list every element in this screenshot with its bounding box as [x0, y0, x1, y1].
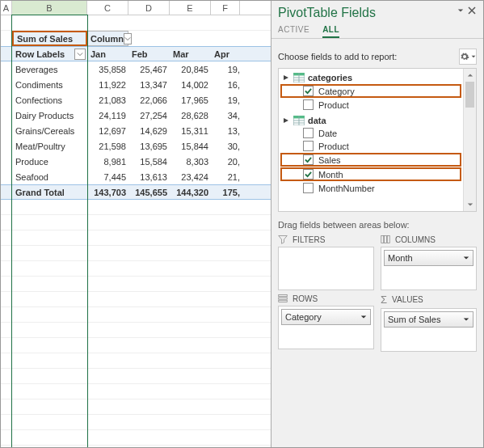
spreadsheet-grid[interactable]: A B C D E F Sum of Sales Column Row Labe…	[1, 1, 271, 447]
data-cell[interactable]: 8,981	[87, 157, 128, 167]
grand-total-label[interactable]: Grand Total	[12, 188, 87, 197]
grand-total-val[interactable]: 175,	[211, 188, 240, 197]
row-label[interactable]: Produce	[12, 157, 87, 167]
pivot-title-cell[interactable]: Sum of Sales	[12, 31, 87, 46]
table-row[interactable]: Produce8,98115,5848,30320,	[1, 154, 271, 169]
data-cell[interactable]: 19,	[211, 95, 240, 105]
grand-total-val[interactable]: 145,655	[128, 188, 170, 197]
rows-area[interactable]: Category	[278, 306, 374, 349]
table-row[interactable]: Meat/Poultry21,59813,69515,84430,	[1, 138, 271, 154]
tab-active[interactable]: ACTIVE	[278, 25, 309, 38]
table-row[interactable]: Grains/Cereals12,69714,62915,31113,	[1, 123, 271, 138]
data-cell[interactable]: 20,845	[170, 65, 211, 74]
column-field-chip[interactable]: Month	[384, 250, 473, 266]
field-scrollbar[interactable]	[463, 69, 476, 211]
data-cell[interactable]: 11,922	[87, 80, 128, 90]
data-cell[interactable]: 13,347	[128, 80, 170, 90]
table-node[interactable]: data	[280, 115, 461, 126]
field-node[interactable]: Product	[280, 140, 461, 152]
value-field-chip[interactable]: Sum of Sales	[384, 311, 473, 328]
field-node[interactable]: Product	[280, 99, 461, 111]
data-cell[interactable]: 21,598	[87, 142, 128, 151]
data-cell[interactable]: 25,467	[128, 65, 170, 74]
column-labels-cell[interactable]: Column	[87, 31, 128, 46]
row-label[interactable]: Beverages	[12, 65, 87, 74]
data-cell[interactable]: 15,584	[128, 157, 170, 167]
checkbox[interactable]	[303, 128, 314, 138]
table-row[interactable]: Seafood7,44513,61323,42421,	[1, 169, 271, 184]
checkbox[interactable]	[303, 183, 314, 193]
month-header[interactable]: Mar	[170, 49, 211, 59]
data-cell[interactable]: 15,844	[170, 142, 211, 151]
data-cell[interactable]: 20,	[211, 157, 240, 167]
row-label[interactable]: Seafood	[12, 172, 87, 182]
row-label[interactable]: Meat/Poultry	[12, 142, 87, 151]
data-cell[interactable]: 12,697	[87, 126, 128, 136]
col-header-E[interactable]: E	[170, 1, 211, 15]
scroll-thumb[interactable]	[465, 82, 474, 108]
row-label[interactable]: Dairy Products	[12, 111, 87, 120]
row-label[interactable]: Confections	[12, 95, 87, 105]
field-node[interactable]: Category	[280, 84, 461, 98]
data-cell[interactable]: 27,254	[128, 111, 170, 120]
data-cell[interactable]: 14,002	[170, 80, 211, 90]
checkbox[interactable]	[303, 169, 314, 180]
columns-area[interactable]: Month	[381, 247, 477, 290]
row-labels-dropdown[interactable]	[74, 49, 86, 60]
field-node[interactable]: Sales	[280, 153, 461, 167]
grand-total-val[interactable]: 143,703	[87, 188, 128, 197]
data-cell[interactable]: 34,	[211, 111, 240, 120]
table-node[interactable]: categories	[280, 72, 461, 83]
scroll-up-icon[interactable]	[464, 69, 476, 82]
table-row[interactable]: Dairy Products24,11927,25428,62834,	[1, 108, 271, 123]
data-cell[interactable]: 22,066	[128, 95, 170, 105]
col-header-D[interactable]: D	[128, 1, 170, 15]
data-cell[interactable]: 13,	[211, 126, 240, 136]
values-area[interactable]: Sum of Sales	[381, 308, 477, 352]
checkbox[interactable]	[303, 86, 314, 96]
data-cell[interactable]: 21,083	[87, 95, 128, 105]
table-row[interactable]: Condiments11,92213,34714,00216,	[1, 77, 271, 92]
field-node[interactable]: MonthNumber	[280, 182, 461, 194]
data-cell[interactable]: 23,424	[170, 172, 211, 182]
data-cell[interactable]: 19,	[211, 65, 240, 74]
grand-total-val[interactable]: 144,320	[170, 188, 211, 197]
row-labels-header[interactable]: Row Labels	[15, 49, 65, 59]
data-cell[interactable]: 21,	[211, 172, 240, 182]
row-label[interactable]: Grains/Cereals	[12, 126, 87, 136]
field-tree[interactable]: categoriesCategoryProductdataDateProduct…	[279, 69, 463, 211]
month-header[interactable]: Jan	[87, 49, 128, 59]
column-labels-dropdown[interactable]	[124, 33, 132, 44]
data-cell[interactable]: 8,303	[170, 157, 211, 167]
field-node[interactable]: Date	[280, 127, 461, 139]
month-header[interactable]: Apr	[211, 49, 240, 59]
data-cell[interactable]: 16,	[211, 80, 240, 90]
data-cell[interactable]: 28,628	[170, 111, 211, 120]
col-header-B[interactable]: B	[12, 1, 87, 15]
row-label[interactable]: Condiments	[12, 80, 87, 90]
field-list-options-button[interactable]	[459, 49, 477, 65]
data-cell[interactable]: 30,	[211, 142, 240, 151]
data-cell[interactable]: 35,858	[87, 65, 128, 74]
table-row[interactable]: Confections21,08322,06617,96519,	[1, 92, 271, 108]
row-field-chip[interactable]: Category	[281, 309, 371, 325]
data-cell[interactable]: 17,965	[170, 95, 211, 105]
data-cell[interactable]: 13,695	[128, 142, 170, 151]
col-header-A[interactable]: A	[1, 1, 12, 15]
col-header-F[interactable]: F	[211, 1, 240, 15]
tab-all[interactable]: ALL	[322, 25, 339, 38]
checkbox[interactable]	[303, 99, 314, 110]
checkbox[interactable]	[303, 141, 314, 151]
filters-area[interactable]	[278, 247, 374, 290]
close-icon[interactable]	[467, 6, 477, 15]
col-header-C[interactable]: C	[87, 1, 128, 15]
pane-dropdown-icon[interactable]	[456, 6, 465, 15]
data-cell[interactable]: 24,119	[87, 111, 128, 120]
field-node[interactable]: Month	[280, 167, 461, 181]
data-cell[interactable]: 13,613	[128, 172, 170, 182]
data-cell[interactable]: 7,445	[87, 172, 128, 182]
table-row[interactable]: Beverages35,85825,46720,84519,	[1, 61, 271, 77]
data-cell[interactable]: 15,311	[170, 126, 211, 136]
scroll-down-icon[interactable]	[464, 198, 476, 211]
checkbox[interactable]	[303, 154, 314, 165]
